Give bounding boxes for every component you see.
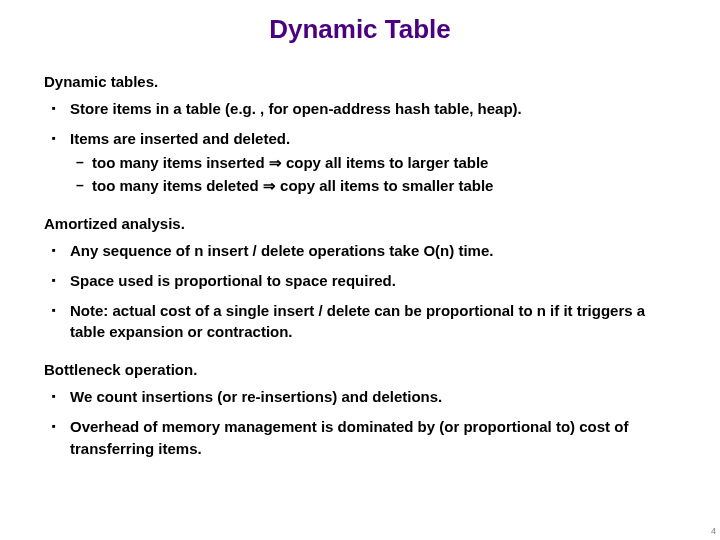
list-item: too many items inserted ⇒ copy all items…: [92, 152, 676, 174]
slide-title: Dynamic Table: [44, 14, 676, 45]
sub-bullet-text: too many items deleted ⇒ copy all items …: [92, 177, 493, 194]
bullet-text: Items are inserted and deleted.: [70, 130, 290, 147]
list-item: Store items in a table (e.g. , for open-…: [70, 98, 676, 120]
list-item: We count insertions (or re-insertions) a…: [70, 386, 676, 408]
bullet-text: Note: actual cost of a single insert / d…: [70, 302, 645, 341]
list-item: Space used is proportional to space requ…: [70, 270, 676, 292]
list-item: Overhead of memory management is dominat…: [70, 416, 676, 460]
sub-bullet-list: too many items inserted ⇒ copy all items…: [70, 152, 676, 198]
bullet-list-1: Store items in a table (e.g. , for open-…: [44, 98, 676, 197]
section-heading-2: Amortized analysis.: [44, 215, 676, 232]
slide: Dynamic Table Dynamic tables. Store item…: [0, 0, 720, 540]
list-item: too many items deleted ⇒ copy all items …: [92, 175, 676, 197]
bullet-text: We count insertions (or re-insertions) a…: [70, 388, 442, 405]
bullet-text: Store items in a table (e.g. , for open-…: [70, 100, 522, 117]
list-item: Items are inserted and deleted. too many…: [70, 128, 676, 197]
section-heading-3: Bottleneck operation.: [44, 361, 676, 378]
bullet-text: Space used is proportional to space requ…: [70, 272, 396, 289]
bullet-list-2: Any sequence of n insert / delete operat…: [44, 240, 676, 343]
bullet-list-3: We count insertions (or re-insertions) a…: [44, 386, 676, 459]
sub-bullet-text: too many items inserted ⇒ copy all items…: [92, 154, 488, 171]
page-number: 4: [711, 526, 716, 536]
bullet-text: Any sequence of n insert / delete operat…: [70, 242, 493, 259]
section-heading-1: Dynamic tables.: [44, 73, 676, 90]
list-item: Note: actual cost of a single insert / d…: [70, 300, 676, 344]
list-item: Any sequence of n insert / delete operat…: [70, 240, 676, 262]
bullet-text: Overhead of memory management is dominat…: [70, 418, 628, 457]
